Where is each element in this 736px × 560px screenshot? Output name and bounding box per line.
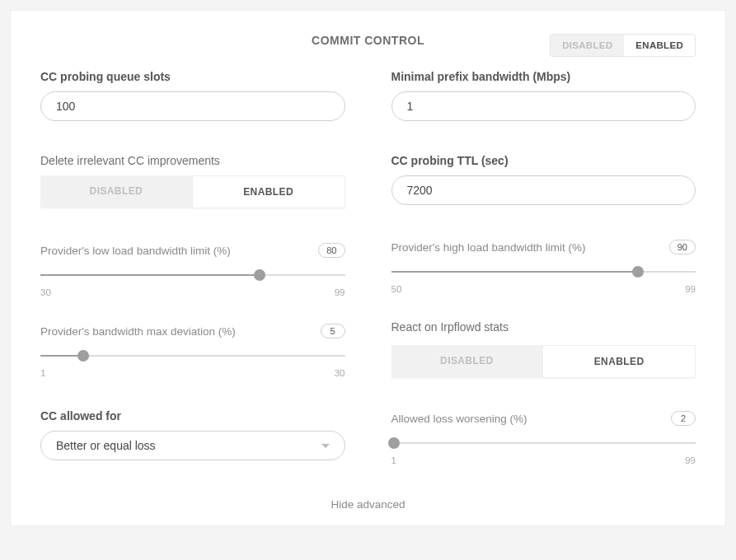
low-load-label: Provider's low load bandwidth limit (%) <box>40 245 231 257</box>
react-label: React on Irpflowd stats <box>391 320 696 334</box>
loss-worsening-badge: 2 <box>671 411 696 426</box>
low-load-min: 30 <box>40 287 51 297</box>
loss-worsening-min: 1 <box>391 455 396 465</box>
cc-allowed-select[interactable]: Better or equal loss <box>40 431 345 460</box>
right-column: Minimal prefix bandwidth (Mbps) CC probi… <box>391 70 696 482</box>
low-load-max: 99 <box>335 287 345 297</box>
deviation-min: 1 <box>40 368 45 378</box>
react-disabled[interactable]: DISABLED <box>391 345 543 378</box>
section-title: COMMIT CONTROL <box>312 34 424 47</box>
high-load-min: 50 <box>391 284 402 294</box>
deviation-max: 30 <box>335 368 345 378</box>
cc-allowed-label: CC allowed for <box>40 409 345 422</box>
loss-worsening-label: Allowed loss worsening (%) <box>391 413 527 425</box>
cc-allowed-value: Better or equal loss <box>56 439 156 452</box>
react-enabled[interactable]: ENABLED <box>542 345 696 378</box>
queue-slots-label: CC probing queue slots <box>40 70 345 83</box>
high-load-slider[interactable] <box>391 266 696 278</box>
high-load-label: Provider's high load bandwidth limit (%) <box>391 241 586 254</box>
delete-improvements-disabled[interactable]: DISABLED <box>40 175 192 208</box>
ttl-label: CC probing TTL (sec) <box>391 154 696 167</box>
deviation-badge: 5 <box>321 324 345 338</box>
master-disabled-option[interactable]: DISABLED <box>551 35 624 56</box>
delete-improvements-enabled[interactable]: ENABLED <box>192 175 345 208</box>
left-column: CC probing queue slots Delete irrelevant… <box>40 70 345 482</box>
deviation-slider[interactable] <box>40 350 345 362</box>
react-toggle[interactable]: DISABLED ENABLED <box>391 345 696 378</box>
min-prefix-label: Minimal prefix bandwidth (Mbps) <box>391 70 696 83</box>
commit-control-card: COMMIT CONTROL DISABLED ENABLED CC probi… <box>10 10 726 526</box>
loss-worsening-slider[interactable] <box>391 437 696 449</box>
low-load-badge: 80 <box>318 243 345 258</box>
chevron-down-icon <box>321 444 330 448</box>
low-load-slider[interactable] <box>40 269 345 281</box>
hide-advanced-link[interactable]: Hide advanced <box>40 498 696 511</box>
header: COMMIT CONTROL DISABLED ENABLED <box>40 34 696 47</box>
queue-slots-input[interactable] <box>40 91 345 121</box>
loss-worsening-max: 99 <box>685 455 696 465</box>
ttl-input[interactable] <box>391 175 696 205</box>
delete-improvements-label: Delete irrelevant CC improvements <box>40 154 345 167</box>
high-load-badge: 90 <box>669 240 696 254</box>
delete-improvements-toggle[interactable]: DISABLED ENABLED <box>40 175 345 208</box>
high-load-max: 99 <box>685 284 696 294</box>
master-enabled-option[interactable]: ENABLED <box>624 35 695 56</box>
deviation-label: Provider's bandwidth max deviation (%) <box>40 325 236 338</box>
master-enable-toggle[interactable]: DISABLED ENABLED <box>550 34 696 57</box>
min-prefix-input[interactable] <box>391 91 696 121</box>
